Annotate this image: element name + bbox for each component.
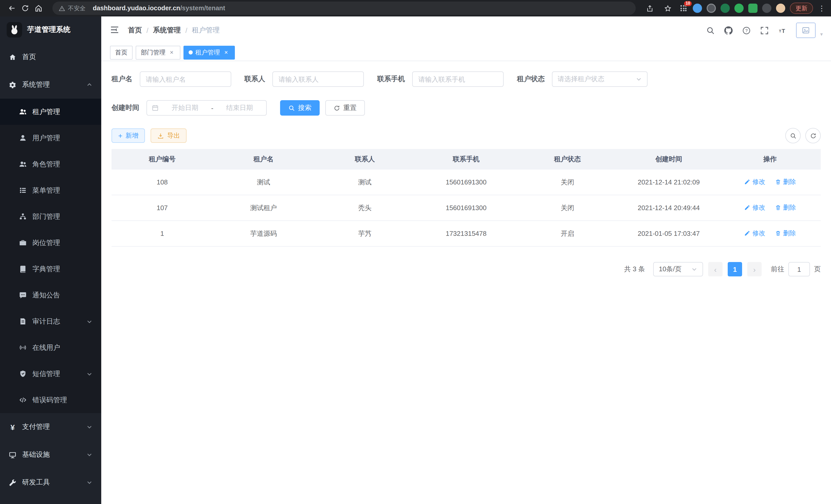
page-unit-label: 页	[814, 265, 821, 274]
search-icon[interactable]	[706, 26, 715, 35]
browser-reload-icon[interactable]	[19, 2, 32, 15]
cell-phone: 17321315478	[416, 221, 517, 246]
extension-puzzle-icon[interactable]	[762, 4, 771, 13]
bookmark-star-icon[interactable]	[661, 2, 674, 15]
close-icon[interactable]: ×	[223, 49, 230, 56]
cell-contact: 秃头	[314, 195, 416, 221]
edit-link[interactable]: 修改	[744, 178, 765, 186]
sidebar-item-system-management[interactable]: 系统管理	[0, 71, 101, 99]
edit-icon	[744, 179, 750, 185]
toggle-search-button[interactable]	[785, 128, 801, 143]
sidebar-item-dept-management[interactable]: 部门管理	[0, 203, 101, 230]
browser-update-button[interactable]: 更新	[790, 3, 813, 14]
caret-down-icon[interactable]: ▾	[820, 31, 823, 37]
refresh-table-button[interactable]	[805, 128, 821, 143]
breadcrumb-system[interactable]: 系统管理	[153, 26, 181, 35]
tag-dept-management[interactable]: 部门管理 ×	[136, 46, 180, 59]
phone-field: 联系手机	[377, 71, 504, 87]
browser-back-icon[interactable]	[5, 2, 19, 15]
edit-link[interactable]: 修改	[744, 203, 765, 212]
reset-button[interactable]: 重置	[325, 100, 365, 116]
page-1-button[interactable]: 1	[728, 262, 742, 276]
extension-badge: 10	[684, 1, 692, 6]
range-separator: -	[211, 104, 213, 112]
sidebar-item-tenant-management[interactable]: 租户管理	[0, 99, 101, 125]
url-bar[interactable]: 不安全 dashboard.yudao.iocoder.cn/system/te…	[52, 2, 636, 15]
search-button[interactable]: 搜索	[280, 100, 320, 116]
sidebar-item-notice[interactable]: 通知公告	[0, 282, 101, 308]
extension-tan-icon[interactable]	[776, 4, 785, 13]
sidebar-item-dev-tools[interactable]: 研发工具	[0, 469, 101, 496]
yen-icon: ¥	[9, 422, 17, 431]
next-page-button[interactable]: ›	[747, 262, 762, 276]
tag-home[interactable]: 首页	[110, 46, 133, 59]
status-field: 租户状态 请选择租户状态	[517, 71, 648, 87]
font-size-icon[interactable]: TT	[778, 26, 787, 35]
github-icon[interactable]	[724, 26, 733, 35]
export-button[interactable]: 导出	[150, 128, 187, 143]
sidebar-item-error-code-management[interactable]: 错误码管理	[0, 387, 101, 413]
security-chip[interactable]: 不安全	[59, 4, 86, 12]
sidebar-item-payment[interactable]: ¥ 支付管理	[0, 413, 101, 441]
extension-blue-icon[interactable]	[693, 4, 702, 13]
phone-label: 联系手机	[377, 75, 405, 84]
goto-page-input[interactable]	[789, 262, 810, 276]
extension-dark-green-icon[interactable]	[720, 4, 730, 13]
sidebar-item-online-users[interactable]: 在线用户	[0, 334, 101, 361]
code-icon	[19, 396, 27, 404]
tag-tenant-management[interactable]: 租户管理 ×	[183, 46, 235, 59]
cell-actions: 修改 删除	[719, 170, 821, 195]
fullscreen-icon[interactable]	[760, 26, 769, 35]
svg-text:T: T	[779, 29, 781, 33]
browser-home-icon[interactable]	[32, 2, 45, 15]
delete-label: 删除	[783, 178, 796, 186]
url-path: /system/tenant	[180, 5, 225, 12]
avatar[interactable]	[796, 23, 815, 38]
tenant-name-input[interactable]	[140, 71, 231, 87]
prev-page-button[interactable]: ‹	[708, 262, 722, 276]
browser-menu-icon[interactable]: ⋮	[818, 4, 826, 12]
sidebar-item-post-management[interactable]: 岗位管理	[0, 230, 101, 256]
wrench-icon	[9, 479, 17, 486]
extension-ring-icon[interactable]	[707, 4, 716, 13]
delete-link[interactable]: 删除	[775, 178, 796, 186]
edit-label: 修改	[752, 178, 765, 186]
breadcrumb-separator: /	[185, 26, 188, 34]
sidebar-item-infrastructure[interactable]: 基础设施	[0, 441, 101, 469]
col-actions: 操作	[719, 149, 821, 170]
delete-label: 删除	[783, 203, 796, 212]
edit-link[interactable]: 修改	[744, 229, 765, 238]
tag-label: 租户管理	[195, 48, 220, 57]
extension-green-icon[interactable]	[735, 4, 744, 13]
user-icon	[19, 134, 27, 142]
page-size-select[interactable]: 10条/页	[653, 262, 703, 276]
app-title: 芋道管理系统	[27, 25, 70, 34]
status-select[interactable]: 请选择租户状态	[552, 71, 648, 87]
cell-actions: 修改 删除	[719, 221, 821, 246]
help-icon[interactable]: ?	[742, 26, 751, 35]
sidebar-item-menu-management[interactable]: 菜单管理	[0, 177, 101, 203]
contact-input[interactable]	[273, 71, 364, 87]
sidebar-item-sms-management[interactable]: 短信管理	[0, 361, 101, 387]
add-button[interactable]: + 新增	[112, 128, 145, 143]
sidebar-item-home[interactable]: 首页	[0, 43, 101, 71]
sidebar-item-user-management[interactable]: 用户管理	[0, 125, 101, 151]
delete-link[interactable]: 删除	[775, 203, 796, 212]
extension-green-square-icon[interactable]	[748, 4, 757, 13]
extension-grid-icon[interactable]: 10	[679, 4, 688, 13]
sidebar-collapse-icon[interactable]	[110, 25, 121, 36]
cell-tenant-id: 108	[112, 170, 213, 195]
delete-link[interactable]: 删除	[775, 229, 796, 238]
phone-input[interactable]	[412, 71, 504, 87]
sidebar-item-audit-log[interactable]: 审计日志	[0, 308, 101, 334]
sidebar-item-dict-management[interactable]: 字典管理	[0, 256, 101, 282]
date-range-picker[interactable]: 开始日期 - 结束日期	[146, 100, 267, 116]
tag-label: 部门管理	[141, 48, 166, 57]
share-icon[interactable]	[643, 2, 656, 15]
close-icon[interactable]: ×	[168, 49, 175, 56]
export-button-label: 导出	[167, 131, 180, 140]
calendar-icon	[152, 104, 159, 112]
sidebar-item-role-management[interactable]: 角色管理	[0, 151, 101, 177]
security-label: 不安全	[68, 4, 86, 12]
breadcrumb-home[interactable]: 首页	[128, 26, 142, 35]
